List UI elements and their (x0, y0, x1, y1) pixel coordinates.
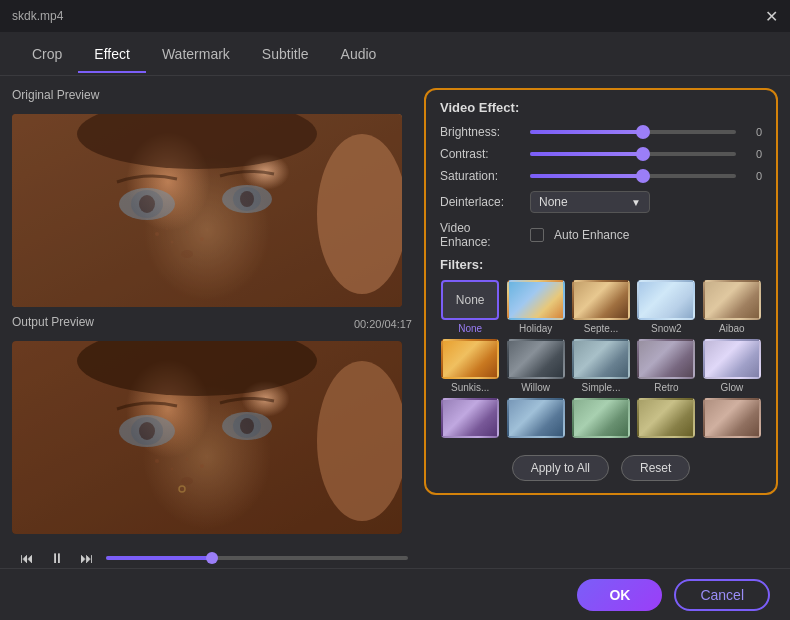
filter-r1c1[interactable] (440, 398, 500, 441)
svg-point-24 (171, 468, 174, 471)
apply-to-all-button[interactable]: Apply to All (512, 455, 609, 481)
original-preview-label: Original Preview (12, 88, 412, 102)
filter-willow[interactable]: Willow (505, 339, 565, 393)
filter-r1c4[interactable] (636, 398, 696, 441)
filter-simple[interactable]: Simple... (571, 339, 631, 393)
filter-r1c3[interactable] (571, 398, 631, 441)
filter-sunkis[interactable]: Sunkis... (440, 339, 500, 393)
svg-point-26 (200, 464, 204, 468)
filter-none-label: None (458, 323, 482, 334)
filter-aibao[interactable]: Aibao (702, 280, 762, 334)
filter-none-text: None (456, 293, 485, 307)
original-preview-frame (12, 114, 402, 307)
deinterlace-select[interactable]: None ▼ (530, 191, 650, 213)
filter-septe[interactable]: Septe... (571, 280, 631, 334)
tab-effect[interactable]: Effect (78, 36, 146, 72)
face-svg-bottom (12, 341, 402, 534)
filter-retro-thumb (637, 339, 695, 379)
reset-button[interactable]: Reset (621, 455, 690, 481)
deinterlace-row: Deinterlace: None ▼ (440, 191, 762, 213)
filter-glow[interactable]: Glow (702, 339, 762, 393)
svg-point-25 (186, 458, 189, 461)
left-panel: Original Preview (12, 88, 412, 568)
next-frame-button[interactable]: ⏭ (76, 548, 98, 568)
svg-point-23 (155, 459, 159, 463)
window-title: skdk.mp4 (12, 9, 63, 23)
filter-r1c5[interactable] (702, 398, 762, 441)
filter-r1c4-thumb (637, 398, 695, 438)
filter-snow2-label: Snow2 (651, 323, 682, 334)
svg-point-12 (166, 228, 168, 230)
contrast-slider[interactable] (530, 152, 736, 156)
filter-simple-label: Simple... (582, 382, 621, 393)
filter-retro-label: Retro (654, 382, 678, 393)
brightness-label: Brightness: (440, 125, 520, 139)
filter-holiday[interactable]: Holiday (505, 280, 565, 334)
contrast-thumb[interactable] (636, 147, 650, 161)
play-pause-button[interactable]: ⏸ (46, 548, 68, 568)
saturation-slider[interactable] (530, 174, 736, 178)
video-effect-title: Video Effect: (440, 100, 762, 115)
filter-glow-label: Glow (720, 382, 743, 393)
filters-grid: None None Holiday Septe... Snow2 (440, 280, 762, 441)
tab-audio[interactable]: Audio (325, 36, 393, 72)
filter-none-thumb: None (441, 280, 499, 320)
brightness-slider[interactable] (530, 130, 736, 134)
deinterlace-label: Deinterlace: (440, 195, 520, 209)
filter-septe-thumb (572, 280, 630, 320)
video-enhance-label: Video Enhance: (440, 221, 520, 249)
output-preview-header: Output Preview 00:20/04:17 (12, 315, 412, 333)
deinterlace-value: None (539, 195, 568, 209)
video-progress-bar[interactable] (106, 556, 408, 560)
filter-sunkis-label: Sunkis... (451, 382, 489, 393)
filter-retro[interactable]: Retro (636, 339, 696, 393)
action-row: Apply to All Reset (440, 455, 762, 481)
filter-holiday-label: Holiday (519, 323, 552, 334)
brightness-value: 0 (746, 126, 762, 138)
filters-label: Filters: (440, 257, 762, 272)
filter-simple-thumb (572, 339, 630, 379)
brightness-thumb[interactable] (636, 125, 650, 139)
tab-crop[interactable]: Crop (16, 36, 78, 72)
contrast-value: 0 (746, 148, 762, 160)
video-effect-section: Video Effect: Brightness: 0 Contrast: 0 (424, 88, 778, 495)
enhance-row: Video Enhance: Auto Enhance (440, 221, 762, 249)
output-preview-video (12, 341, 402, 534)
filter-snow2[interactable]: Snow2 (636, 280, 696, 334)
filter-none[interactable]: None None (440, 280, 500, 334)
filter-r1c3-thumb (572, 398, 630, 438)
filter-r1c5-thumb (703, 398, 761, 438)
right-panel: Video Effect: Brightness: 0 Contrast: 0 (424, 88, 778, 568)
saturation-row: Saturation: 0 (440, 169, 762, 183)
auto-enhance-checkbox[interactable] (530, 228, 544, 242)
filter-aibao-thumb (703, 280, 761, 320)
main-content: Original Preview (0, 76, 790, 568)
progress-fill (106, 556, 212, 560)
saturation-thumb[interactable] (636, 169, 650, 183)
filter-r1c1-thumb (441, 398, 499, 438)
filter-septe-label: Septe... (584, 323, 618, 334)
close-button[interactable]: ✕ (765, 7, 778, 26)
progress-thumb[interactable] (206, 552, 218, 564)
filter-sunkis-thumb (441, 339, 499, 379)
tab-watermark[interactable]: Watermark (146, 36, 246, 72)
filter-holiday-thumb (507, 280, 565, 320)
output-preview-frame (12, 341, 402, 534)
brightness-row: Brightness: 0 (440, 125, 762, 139)
chevron-down-icon: ▼ (631, 197, 641, 208)
filter-snow2-thumb (637, 280, 695, 320)
output-time: 00:20/04:17 (354, 318, 412, 330)
tab-subtitle[interactable]: Subtitle (246, 36, 325, 72)
prev-frame-button[interactable]: ⏮ (16, 548, 38, 568)
cancel-button[interactable]: Cancel (674, 579, 770, 611)
svg-point-10 (186, 231, 189, 234)
svg-point-11 (200, 237, 204, 241)
saturation-fill (530, 174, 643, 178)
auto-enhance-label: Auto Enhance (554, 228, 629, 242)
video-controls: ⏮ ⏸ ⏭ (12, 548, 412, 568)
saturation-label: Saturation: (440, 169, 520, 183)
filter-r1c2[interactable] (505, 398, 565, 441)
ok-button[interactable]: OK (577, 579, 662, 611)
original-preview-video (12, 114, 402, 307)
svg-point-8 (155, 232, 159, 236)
